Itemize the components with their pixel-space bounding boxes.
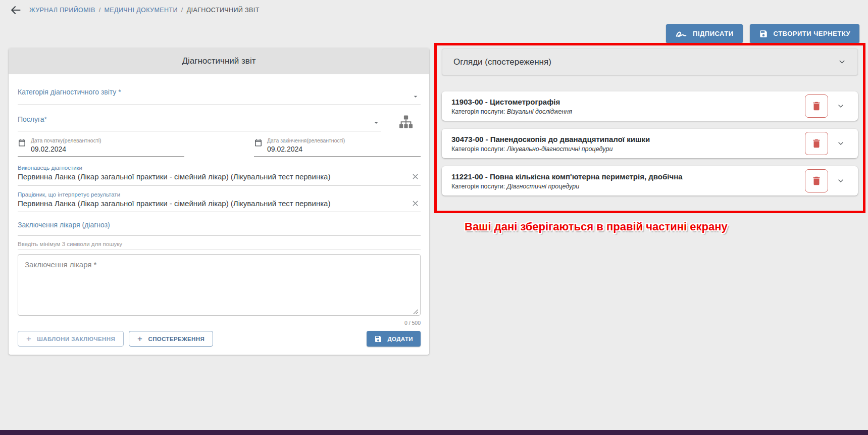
observations-expand-button[interactable] (838, 58, 846, 66)
top-bar: ЖУРНАЛ ПРИЙОМІВ / МЕДИЧНІ ДОКУМЕНТИ / ДІ… (0, 0, 868, 20)
trash-icon (811, 175, 822, 186)
interpreter-clear-button[interactable] (411, 199, 420, 208)
breadcrumb-link-medical-documents[interactable]: МЕДИЧНІ ДОКУМЕНТИ (105, 7, 178, 14)
conclusion-templates-button[interactable]: + ШАБЛОНИ ЗАКЛЮЧЕННЯ (18, 331, 124, 347)
service-tree-button[interactable] (398, 114, 414, 129)
observation-item-category: Категорія послуги: Візуальні дослідження (451, 108, 805, 115)
date-end-field[interactable]: Дата закінчення(релевантності) 09.02.202… (254, 137, 421, 157)
breadcrumb-current-diagnostic-report: ДІАГНОСТИЧНИЙ ЗВІТ (187, 7, 260, 14)
category-prefix: Категорія послуги: (451, 146, 505, 153)
observation-expand-button[interactable] (837, 177, 845, 185)
delete-observation-button[interactable] (805, 169, 828, 192)
back-button[interactable] (9, 4, 22, 17)
form-body: Категорія діагностичного звіту * Послуга… (9, 74, 429, 347)
search-hint-text: Введіть мінімум 3 символи для пошуку (18, 241, 122, 247)
observation-item-text: 11903-00 - Цистометрографія Категорія по… (451, 98, 805, 115)
category-select-label: Категорія діагностичного звіту * (18, 88, 121, 96)
delete-observation-button[interactable] (805, 132, 828, 155)
date-end-label: Дата закінчення(релевантності) (267, 137, 345, 143)
delete-observation-button[interactable] (805, 94, 828, 118)
arrow-left-icon (10, 4, 22, 16)
date-start-value: 09.02.2024 (31, 145, 101, 153)
observation-item-text: 30473-00 - Панендоскопія до дванадцятипа… (451, 135, 805, 153)
observation-item-title: 11221-00 - Повна кількісна комп'ютерна п… (451, 172, 805, 181)
action-buttons: ПІДПИСАТИ СТВОРИТИ ЧЕРНЕТКУ (666, 24, 859, 43)
performer-clear-button[interactable] (411, 172, 420, 181)
observation-expand-button[interactable] (837, 102, 845, 110)
annotation-text: Ваші дані зберігаються в правій частині … (465, 220, 728, 233)
observation-item-title: 30473-00 - Панендоскопія до дванадцятипа… (451, 135, 805, 143)
observation-expand-button[interactable] (837, 139, 845, 148)
date-start-field[interactable]: Дата початку(релевантності) 09.02.2024 (18, 137, 184, 157)
floppy-disk-icon (759, 29, 768, 38)
chevron-down-icon (837, 177, 845, 185)
diagnosis-label: Заключення лікаря (діагноз) (18, 221, 110, 229)
diagnosis-field[interactable]: Заключення лікаря (діагноз) (18, 220, 421, 236)
calendar-icon (18, 138, 26, 153)
plus-icon: + (137, 334, 142, 343)
search-hint-field: Введіть мінімум 3 символи для пошуку (18, 241, 421, 250)
sitemap-icon (398, 114, 414, 129)
close-x-icon (411, 172, 420, 181)
date-end-value: 09.02.2024 (267, 145, 345, 153)
sign-button-label: ПІДПИСАТИ (693, 30, 734, 37)
date-end-texts: Дата закінчення(релевантності) 09.02.202… (267, 137, 345, 153)
trash-icon (811, 101, 822, 112)
observation-item: 30473-00 - Панендоскопія до дванадцятипа… (442, 129, 858, 158)
caret-down-icon[interactable] (412, 92, 420, 101)
conclusion-templates-label: ШАБЛОНИ ЗАКЛЮЧЕННЯ (37, 336, 115, 342)
chevron-down-icon (837, 102, 845, 110)
observations-header[interactable]: Огляди (спостереження) (442, 49, 858, 75)
footer-bar (0, 430, 868, 435)
observation-button-label: СПОСТЕРЕЖЕННЯ (148, 336, 205, 342)
observations-panel-highlight: Огляди (спостереження) 11903-00 - Цистом… (434, 43, 865, 213)
breadcrumb-link-journal[interactable]: ЖУРНАЛ ПРИЙОМІВ (29, 7, 95, 14)
breadcrumb-separator: / (99, 7, 101, 14)
category-value: Лікувально-діагностичні процедури (507, 146, 613, 153)
observation-item-text: 11221-00 - Повна кількісна комп'ютерна п… (451, 172, 805, 190)
breadcrumb-separator: / (181, 7, 183, 14)
performer-label: Виконавець діагностики (18, 165, 399, 171)
performer-field[interactable]: Виконавець діагностики Первинна Ланка (Л… (18, 165, 421, 185)
signature-icon (675, 29, 687, 39)
observation-item: 11221-00 - Повна кількісна комп'ютерна п… (442, 166, 858, 196)
trash-icon (811, 138, 822, 149)
service-row: Послуга* (18, 114, 421, 131)
date-start-label: Дата початку(релевантності) (31, 137, 101, 143)
floppy-disk-icon (374, 335, 382, 343)
category-prefix: Категорія послуги: (451, 108, 505, 115)
create-draft-button-label: СТВОРИТИ ЧЕРНЕТКУ (774, 30, 850, 37)
interpreter-field[interactable]: Працівник, що інтерпретує результати Пер… (18, 191, 421, 212)
service-select-field[interactable]: Послуга* (18, 115, 381, 131)
calendar-icon (254, 138, 263, 153)
performer-value: Первинна Ланка (Лікар загальної практики… (18, 172, 399, 181)
char-counter: 0 / 500 (18, 320, 421, 326)
observation-item-category: Категорія послуги: Лікувально-діагностич… (451, 146, 805, 153)
observation-item-category: Категорія послуги: Діагностичні процедур… (451, 183, 805, 190)
chevron-down-icon (838, 58, 846, 66)
category-prefix: Категорія послуги: (451, 183, 505, 190)
observation-item-title: 11903-00 - Цистометрографія (451, 98, 805, 106)
date-start-texts: Дата початку(релевантності) 09.02.2024 (31, 137, 101, 153)
observations-title: Огляди (спостереження) (453, 57, 551, 67)
form-buttons-row: + ШАБЛОНИ ЗАКЛЮЧЕННЯ + СПОСТЕРЕЖЕННЯ ДОД… (18, 331, 421, 347)
conclusion-textarea[interactable] (18, 254, 421, 316)
interpreter-label: Працівник, що інтерпретує результати (18, 191, 399, 198)
service-select-label: Послуга* (18, 115, 47, 123)
conclusion-wrap (18, 254, 421, 318)
create-draft-button[interactable]: СТВОРИТИ ЧЕРНЕТКУ (750, 24, 859, 43)
observation-item: 11903-00 - Цистометрографія Категорія по… (442, 91, 858, 121)
card-header: Діагностичний звіт (9, 48, 429, 74)
category-value: Діагностичні процедури (507, 183, 579, 190)
dates-row: Дата початку(релевантності) 09.02.2024 Д… (18, 137, 421, 157)
add-button[interactable]: ДОДАТИ (367, 331, 421, 347)
sign-button[interactable]: ПІДПИСАТИ (666, 24, 743, 43)
category-value: Візуальні дослідження (507, 108, 572, 115)
observation-button[interactable]: + СПОСТЕРЕЖЕННЯ (129, 331, 213, 347)
add-button-label: ДОДАТИ (387, 336, 413, 342)
close-x-icon (411, 199, 420, 208)
chevron-down-icon (837, 139, 845, 148)
page-title: Діагностичний звіт (182, 56, 256, 66)
caret-down-icon[interactable] (372, 119, 380, 127)
category-select-field[interactable]: Категорія діагностичного звіту * (18, 87, 421, 105)
